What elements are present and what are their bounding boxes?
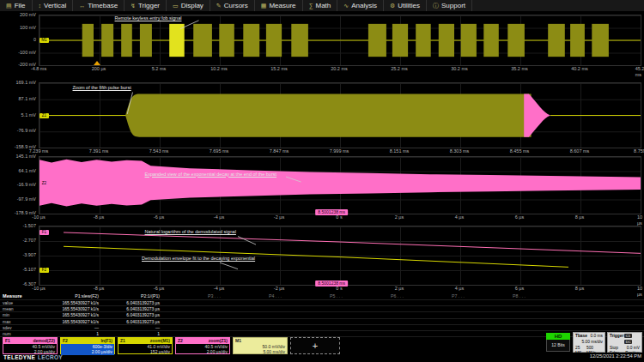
menu-label: Cursors — [224, 0, 248, 11]
menu-label: Support — [441, 0, 465, 11]
menu-item-display[interactable]: ▭Display — [167, 0, 210, 11]
x-axis-label: 8.151 ms — [390, 148, 410, 154]
menu-label: Utilities — [398, 0, 420, 11]
graticule-F2: F1F2Natural logarithm of the demodulated… — [39, 226, 641, 286]
x-axis-label: -2 µs — [274, 214, 284, 220]
measure-param-header[interactable]: P1:slew(F2) — [41, 293, 102, 299]
hd-badge[interactable]: HD 12 Bits — [546, 333, 570, 352]
menu-item-timebase[interactable]: ↔Timebase — [73, 0, 125, 11]
track-F2: -1.507-2.707-3.907-5.107-6.307-10 µs-8 µ… — [0, 226, 644, 293]
trace-marker-F1[interactable]: F1 — [39, 230, 49, 235]
measure-cell: 165.55430927 k1/s — [41, 319, 102, 324]
x-axis-label: 15.2 ms — [270, 66, 288, 72]
measure-cell: 165.55430927 k1/s — [41, 300, 102, 305]
measure-cell — [407, 325, 468, 330]
descriptor-header: Z1zoom(M1) — [118, 338, 172, 344]
y-axis-label: 169.1 mV — [0, 80, 36, 85]
measure-row-label: value — [0, 300, 41, 305]
measure-cell — [224, 300, 285, 305]
measure-row-label: num — [0, 331, 41, 336]
x-axis-label: 8 µs — [575, 214, 585, 220]
annotation-label[interactable]: Expanded view of the exponential decay a… — [145, 172, 277, 178]
file-icon: ▤ — [6, 0, 12, 11]
measure-cell — [407, 337, 468, 342]
measure-cell — [285, 312, 346, 317]
waveform-Z1 — [39, 83, 641, 148]
timebase-icon: ↔ — [79, 0, 85, 11]
trace-descriptor-F2[interactable]: F2ln(F1)600e-3/div2.00 µs/div — [60, 337, 115, 354]
menu-item-cursors[interactable]: ✎Cursors — [210, 0, 255, 11]
descriptor-function: ln(F1) — [100, 338, 112, 344]
measure-cell: 6.0403139273 µs — [102, 312, 163, 317]
measure-cell — [407, 300, 468, 305]
measure-cell: 1 — [102, 331, 163, 336]
menu-item-file[interactable]: ▤File — [0, 0, 33, 11]
menu-label: Measure — [269, 0, 295, 11]
graticule-Z1: Z1Zoom of the fifth pulse burst — [39, 82, 641, 148]
measure-row-label: mean — [0, 306, 41, 311]
y-axis-label: -3.907 — [0, 252, 36, 257]
trigger-panel[interactable]: Trigger C1 DC Stop 0.0 mV Edge Positive — [607, 332, 642, 353]
menu-item-support[interactable]: ⓘSupport — [427, 0, 472, 11]
measure-param-header[interactable]: P8 . . . — [468, 293, 529, 299]
measure-cell: 165.55430927 k1/s — [41, 306, 102, 311]
x-axis-label: -2 µs — [274, 286, 284, 292]
measure-cell: — — [41, 325, 102, 330]
annotation-label[interactable]: Natural logarithm of the demodulated sig… — [145, 229, 236, 235]
trace-descriptor-Z1[interactable]: Z1zoom(M1)41.0 mV/div152 µs/div — [118, 337, 173, 354]
measure-param-header[interactable]: P4 . . . — [224, 293, 285, 299]
annotation-label[interactable]: Zoom of the fifth pulse burst — [73, 85, 131, 91]
trace-marker-F2[interactable]: F2 — [39, 268, 49, 273]
hd-label: HD — [546, 333, 570, 340]
measure-cell — [407, 306, 468, 311]
annotation-label[interactable]: Remote keyless entry fob signal — [115, 15, 182, 21]
menu-item-utilities[interactable]: ⚙Utilities — [384, 0, 427, 11]
menu-item-measure[interactable]: ▦Measure — [255, 0, 303, 11]
waveform-F2 — [39, 226, 641, 285]
x-axis-label: 10 µs — [637, 214, 642, 226]
measure-cell — [285, 319, 346, 324]
measure-cell — [224, 325, 285, 330]
descriptor-id: F2 — [63, 338, 68, 344]
y-axis-label: 145.1 mV — [0, 154, 36, 159]
brand-lecroy: LECROY — [38, 354, 63, 360]
waveform-M1 — [39, 15, 641, 65]
measure-cell — [407, 319, 468, 324]
descriptor-id: F1 — [5, 338, 10, 344]
y-axis-label: 5.1 mV — [0, 112, 36, 118]
menu-label: Timebase — [88, 0, 118, 11]
display-icon: ▭ — [173, 0, 179, 11]
measure-param-header[interactable]: P6 . . . — [346, 293, 407, 299]
measure-title: Measure — [0, 293, 41, 299]
menu-item-trigger[interactable]: ↯Trigger — [125, 0, 167, 11]
measure-param-header[interactable]: P5 . . . — [285, 293, 346, 299]
trigger-level: 0.0 mV — [627, 346, 640, 352]
trace-descriptor-M1[interactable]: M150.0 mV/div5.00 ms/div — [233, 337, 288, 354]
measure-cell — [346, 337, 407, 342]
measure-param-header[interactable]: P2:1/(P1) — [102, 293, 163, 299]
trace-descriptor-Z2[interactable]: Z2zoom(Z1)40.5 mV/div2.00 µs/div — [175, 337, 230, 354]
add-trace-button[interactable]: + — [290, 337, 340, 354]
measure-cell — [346, 325, 407, 330]
measure-param-header[interactable]: P7 . . . — [407, 293, 468, 299]
trigger-position-icon[interactable] — [94, 61, 100, 65]
measure-cell — [224, 312, 285, 317]
measure-cell — [163, 331, 224, 336]
x-axis-label: 0 s — [336, 214, 342, 220]
annotation-label[interactable]: Demodulation envelope fit to the decayin… — [142, 256, 255, 262]
descriptor-hscale: 5.00 ms/div — [234, 349, 287, 354]
measure-param-header[interactable]: P3 . . . — [163, 293, 224, 299]
menu-item-vertical[interactable]: ↕Vertical — [33, 0, 74, 11]
trace-marker-Z2[interactable]: Z2 — [39, 181, 49, 186]
timebase-panel[interactable]: Tbase 0.0 ms 5.00 ms/div 25 MS 500 MS/s — [573, 332, 605, 353]
y-axis-label: -2.707 — [0, 238, 36, 243]
x-axis-label: 7.391 ms — [89, 148, 109, 154]
descriptor-hscale: 2.00 µs/div — [176, 349, 229, 354]
menu-item-analysis[interactable]: ∿Analysis — [337, 0, 384, 11]
trace-descriptor-F1[interactable]: F1demod(Z2)40.5 mV/div2.00 µs/div — [3, 337, 58, 354]
x-axis-label: -6 µs — [154, 214, 164, 220]
trace-marker-Z1[interactable]: Z1 — [39, 113, 49, 118]
menu-item-math[interactable]: ∑Math — [303, 0, 338, 11]
x-axis-label: 4 µs — [455, 286, 465, 292]
trace-marker-M1[interactable]: M1 — [39, 38, 49, 43]
